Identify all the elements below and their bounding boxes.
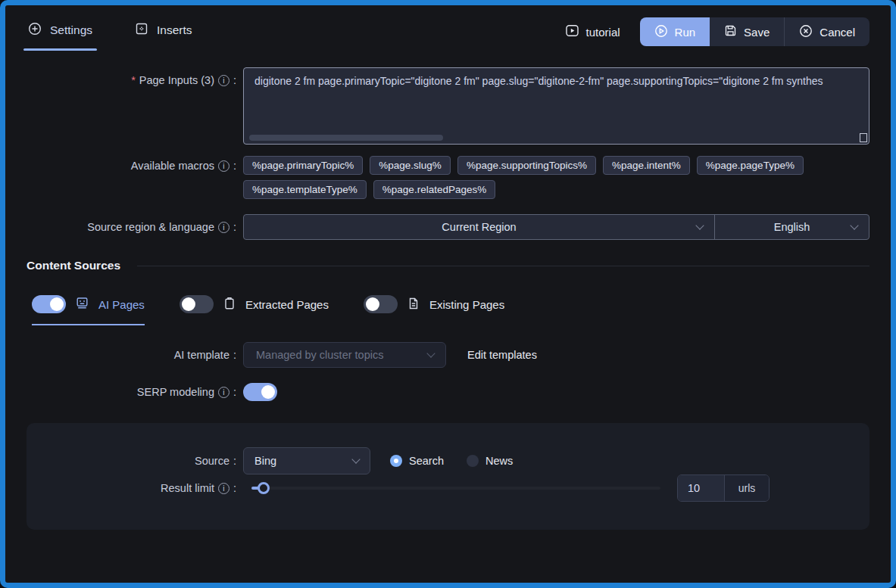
slider-handle[interactable] [258,482,270,494]
close-circle-icon [799,24,813,40]
ai-pages-switch[interactable] [32,295,66,313]
macro-chip[interactable]: %page.pageType% [697,156,804,175]
info-icon[interactable]: i [218,160,229,172]
existing-pages-toggle-item[interactable]: Existing Pages [364,295,504,325]
macro-chips: %page.primaryTopic% %page.slug% %page.su… [243,156,869,199]
play-circle-icon [654,24,668,40]
content-source-toggles: AI Pages Extracted Pages Existing Pages [32,295,869,325]
macros-row: Available macros i : %page.primaryTopic%… [27,156,869,199]
save-button[interactable]: Save [710,17,784,46]
result-limit-label: Result limit i : [27,482,236,494]
result-limit-unit: urls [725,475,769,501]
macro-chip[interactable]: %page.intent% [603,156,690,175]
chevron-down-icon [850,221,858,229]
serp-modeling-row: SERP modeling i : [27,383,869,401]
serp-settings-panel: Source : Bing Search News [27,423,869,530]
source-select-value: Bing [254,455,276,467]
source-select[interactable]: Bing [243,447,370,474]
source-type-radios: Search News [390,455,513,467]
news-radio-item[interactable]: News [467,455,513,467]
news-radio[interactable] [467,455,479,467]
macro-chip[interactable]: %page.relatedPages% [373,180,495,199]
ai-pages-toggle-item[interactable]: AI Pages [32,295,145,325]
extracted-pages-label: Extracted Pages [245,298,329,311]
plus-circle-icon [28,22,42,39]
existing-pages-switch[interactable] [364,295,398,313]
source-row: Source : Bing Search News [27,447,869,474]
result-limit-input-group: 10 urls [677,474,770,502]
chevron-down-icon [695,221,704,229]
page-inputs-row: * Page Inputs (3) i : digitone 2 fm page… [27,67,869,145]
serp-modeling-switch[interactable] [243,383,277,401]
action-button-group: Run Save [640,17,869,46]
existing-pages-label: Existing Pages [429,298,504,311]
tutorial-label: tutorial [586,26,620,39]
result-limit-slider[interactable] [251,474,660,502]
info-icon[interactable]: i [218,75,229,86]
extracted-pages-toggle-item[interactable]: Extracted Pages [180,295,329,325]
extracted-pages-switch[interactable] [180,295,214,313]
result-limit-input[interactable]: 10 [678,475,725,501]
region-select-value: Current Region [442,221,516,233]
slider-track[interactable] [251,487,660,490]
macro-chip[interactable]: %page.templateType% [243,180,367,199]
search-radio[interactable] [390,455,402,467]
ai-template-row: AI template : Managed by cluster topics … [27,342,869,368]
divider [137,266,869,266]
ai-template-select[interactable]: Managed by cluster topics [243,342,446,368]
header-actions: tutorial Run [565,17,869,46]
clipboard-icon [223,297,236,313]
macro-chip[interactable]: %page.primaryTopic% [243,156,363,175]
serp-modeling-label: SERP modeling i : [27,386,236,398]
ai-template-label: AI template : [27,349,236,361]
search-radio-label: Search [409,455,444,467]
chevron-down-icon [426,349,435,357]
save-label: Save [744,26,770,39]
page-inputs-label: * Page Inputs (3) i : [27,67,236,86]
macro-chip[interactable]: %page.slug% [370,156,451,175]
language-select[interactable]: English [714,215,869,239]
video-play-icon [565,23,579,40]
tab-settings[interactable]: Settings [27,17,94,51]
info-icon[interactable]: i [218,387,229,398]
ai-pages-label: AI Pages [98,298,145,311]
required-marker: * [131,74,136,86]
floppy-disk-icon [724,24,737,39]
macro-chip[interactable]: %page.supportingTopics% [457,156,596,175]
cancel-button[interactable]: Cancel [784,17,869,46]
info-icon[interactable]: i [218,222,229,233]
region-language-selects: Current Region English [243,214,869,240]
run-button[interactable]: Run [640,17,710,46]
news-radio-label: News [485,455,513,467]
tab-settings-label: Settings [50,23,92,37]
horizontal-scrollbar[interactable] [249,135,443,141]
page-inputs-control: digitone 2 fm page.primaryTopic="digiton… [243,67,869,145]
document-icon [407,297,420,313]
header: Settings Inserts [5,5,891,51]
edit-templates-link[interactable]: Edit templates [467,349,537,361]
run-label: Run [675,26,696,39]
tutorial-link[interactable]: tutorial [565,23,620,40]
tab-bar: Settings Inserts [27,17,194,51]
macros-label: Available macros i : [27,156,236,172]
region-language-row: Source region & language i : Current Reg… [27,214,869,240]
region-language-label: Source region & language i : [27,221,236,233]
resize-handle[interactable] [860,133,867,142]
ai-template-select-value: Managed by cluster topics [256,349,383,361]
robot-icon [75,296,89,313]
region-select[interactable]: Current Region [244,215,714,239]
language-select-value: English [774,221,810,233]
tab-inserts[interactable]: Inserts [133,17,194,51]
app-window: Settings Inserts [0,0,896,588]
content-sources-title: Content Sources [27,259,120,272]
result-limit-row: Result limit i : 10 urls [27,474,869,502]
info-icon[interactable]: i [218,483,229,494]
search-radio-item[interactable]: Search [390,455,444,467]
inserts-icon [135,22,148,39]
page-inputs-textarea[interactable]: digitone 2 fm page.primaryTopic="digiton… [243,67,869,145]
source-label: Source : [27,455,236,467]
tab-inserts-label: Inserts [157,23,192,37]
cancel-label: Cancel [820,26,855,39]
page-inputs-value: digitone 2 fm page.primaryTopic="digiton… [254,75,823,87]
content-sources-header: Content Sources [27,259,869,272]
